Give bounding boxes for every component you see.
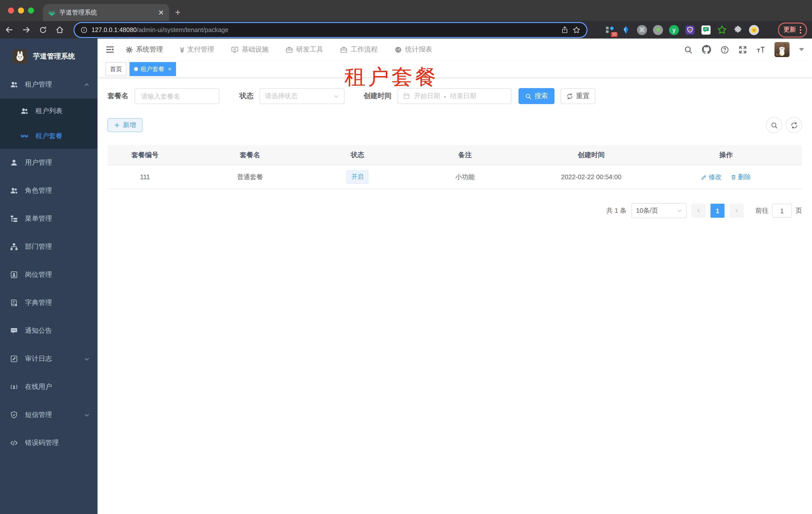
top-menu: 系统管理 ¥ 支付管理 基础设施 — [125, 45, 432, 54]
tag-close-icon[interactable]: × — [168, 65, 172, 73]
browser-tab[interactable]: 芋道管理系统 ✕ — [43, 4, 169, 21]
extension-chat-icon[interactable] — [700, 24, 712, 35]
top-menu-workflow[interactable]: 工作流程 — [340, 45, 378, 54]
date-end-placeholder: 结束日期 — [450, 91, 476, 101]
extension-y-icon[interactable]: y — [668, 24, 679, 35]
package-name-input[interactable] — [135, 88, 220, 104]
bookmark-star-icon[interactable] — [573, 26, 580, 34]
sidebar-item-tenant-management[interactable]: 租户管理 — [0, 71, 97, 99]
zoom-window-button[interactable] — [28, 7, 34, 13]
top-menu-system[interactable]: 系统管理 — [125, 45, 163, 54]
logo-rabbit-image — [13, 50, 27, 63]
status-select-placeholder: 请选择状态 — [265, 91, 297, 101]
code-icon — [10, 439, 18, 447]
font-size-icon[interactable] — [756, 45, 765, 54]
sidebar-item-notice[interactable]: 通知公告 — [0, 317, 97, 345]
status-select[interactable]: 请选择状态 — [260, 88, 345, 104]
sidebar-item-post-management[interactable]: 岗位管理 — [0, 261, 97, 289]
minimize-window-button[interactable] — [18, 7, 24, 13]
chevron-right-icon — [734, 208, 739, 213]
glasses-icon — [21, 132, 29, 140]
url-path: /admin-ui/system/tenant/package — [137, 26, 229, 33]
browser-toolbar: 127.0.0.1:48080 /admin-ui/system/tenant/… — [0, 21, 812, 38]
sidebar-submenu-tenant: 租户列表 租户套餐 — [0, 99, 97, 148]
next-page-button[interactable] — [729, 204, 744, 218]
close-window-button[interactable] — [8, 7, 14, 13]
users-icon — [21, 107, 29, 115]
sidebar-item-online-users[interactable]: 在线用户 — [0, 373, 97, 401]
profile-avatar[interactable] — [749, 24, 759, 35]
sidebar-item-tenant-package[interactable]: 租户套餐 — [0, 124, 97, 148]
reset-button[interactable]: 重置 — [560, 88, 596, 104]
search-icon[interactable] — [684, 45, 693, 54]
table-row[interactable]: 111 普通套餐 开启 小功能 2022-02-22 00:54:00 修改 — [108, 165, 802, 189]
cell-created-at: 2022-02-22 00:54:00 — [532, 165, 650, 189]
extension-blocks-icon[interactable]: 10 — [605, 24, 615, 35]
date-filter-label: 创建时间 — [364, 91, 392, 101]
fullscreen-icon[interactable] — [738, 45, 747, 54]
yen-icon: ¥ — [180, 45, 184, 54]
home-icon[interactable] — [56, 26, 64, 34]
tags-view-bar: 首页 租户套餐 × — [97, 60, 812, 78]
data-table: 套餐编号 套餐名 状态 备注 创建时间 操作 111 普通套餐 — [108, 145, 802, 189]
tag-home[interactable]: 首页 — [106, 62, 126, 76]
top-menu-dev-tools[interactable]: 研发工具 — [286, 45, 323, 54]
cell-status: 开启 — [318, 165, 398, 189]
current-page-button[interactable]: 1 — [710, 204, 725, 218]
goto-page-input[interactable] — [772, 204, 792, 218]
browser-update-chip[interactable]: 更新 — [778, 22, 807, 37]
back-icon[interactable] — [5, 26, 13, 34]
top-menu-report[interactable]: 统计报表 — [395, 45, 432, 54]
sidebar-item-sms-management[interactable]: 短信管理 — [0, 401, 97, 429]
extension-shield-icon[interactable] — [685, 24, 696, 35]
share-icon[interactable] — [561, 26, 569, 33]
sidebar-item-department-management[interactable]: 部门管理 — [0, 233, 97, 261]
sidebar-item-tenant-list[interactable]: 租户列表 — [0, 99, 97, 124]
sidebar-item-label: 在线用户 — [25, 382, 52, 391]
date-range-picker[interactable]: 开始日期 - 结束日期 — [398, 88, 512, 104]
show-search-button[interactable] — [766, 117, 782, 133]
extension-record-icon[interactable] — [652, 24, 664, 35]
sidebar-item-error-code[interactable]: 错误码管理 — [0, 429, 97, 457]
prev-page-button[interactable] — [692, 204, 705, 218]
help-icon[interactable] — [721, 45, 729, 54]
edit-link[interactable]: 修改 — [701, 172, 722, 182]
tab-close-icon[interactable]: ✕ — [158, 8, 164, 17]
extension-command-icon[interactable]: ⌘ — [637, 24, 647, 35]
sidebar-item-menu-management[interactable]: 菜单管理 — [0, 205, 97, 233]
search-button[interactable]: 搜索 — [519, 88, 554, 104]
user-avatar[interactable]: 0:39 — [775, 42, 789, 57]
page-size-select[interactable]: 10条/页 — [632, 203, 687, 218]
extensions-puzzle-icon[interactable] — [732, 24, 744, 35]
github-icon[interactable] — [702, 45, 711, 54]
status-badge: 开启 — [347, 170, 369, 184]
top-menu-payment[interactable]: ¥ 支付管理 — [180, 45, 214, 54]
sidebar-item-label: 通知公告 — [25, 326, 52, 335]
chevron-down-icon[interactable] — [799, 48, 804, 51]
refresh-table-button[interactable] — [786, 117, 802, 133]
sidebar-collapse-icon[interactable] — [106, 45, 115, 54]
reload-icon[interactable] — [39, 26, 47, 34]
tag-tenant-package[interactable]: 租户套餐 × — [129, 62, 176, 76]
sidebar-item-user-management[interactable]: 用户管理 — [0, 148, 97, 177]
forward-icon[interactable] — [22, 26, 30, 34]
sidebar-item-role-management[interactable]: 角色管理 — [0, 177, 97, 205]
sidebar-item-dict-management[interactable]: 字典管理 — [0, 289, 97, 317]
top-menu-infrastructure[interactable]: 基础设施 — [231, 45, 269, 54]
add-button[interactable]: 新增 — [108, 118, 143, 132]
site-info-icon[interactable] — [81, 26, 87, 33]
browser-menu-icon[interactable] — [800, 26, 802, 34]
extension-kite-icon[interactable] — [620, 24, 632, 35]
app-logo[interactable]: 芋道管理系统 — [0, 38, 97, 71]
extension-star-icon[interactable] — [717, 24, 727, 35]
refresh-icon — [790, 121, 798, 129]
new-tab-button[interactable]: + — [175, 7, 180, 18]
address-bar[interactable]: 127.0.0.1:48080 /admin-ui/system/tenant/… — [75, 23, 586, 37]
delete-link[interactable]: 删除 — [730, 172, 751, 182]
briefcase-icon — [340, 46, 348, 53]
sidebar-item-audit-log[interactable]: 审计日志 — [0, 345, 97, 373]
sidebar-item-label: 角色管理 — [25, 186, 52, 195]
status-filter-label: 状态 — [239, 91, 254, 101]
briefcase-icon — [286, 46, 293, 53]
tag-label: 租户套餐 — [141, 65, 165, 73]
